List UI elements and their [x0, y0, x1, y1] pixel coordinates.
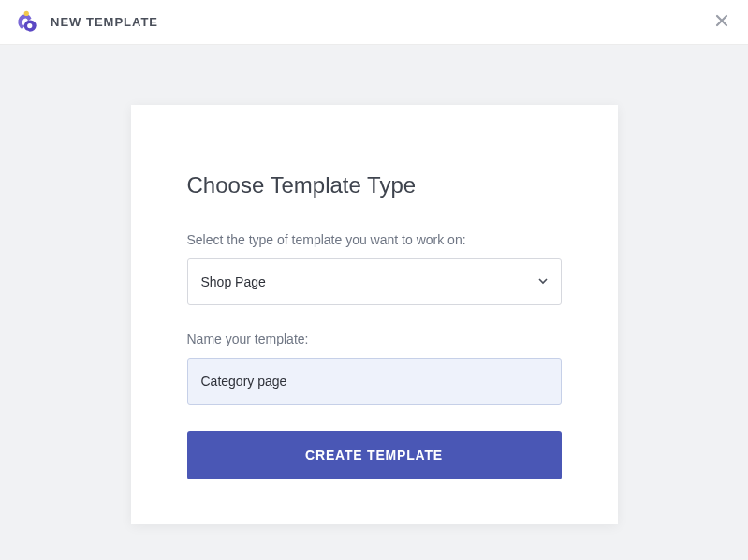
header-title: NEW TEMPLATE [51, 15, 158, 29]
close-button[interactable] [711, 9, 733, 35]
template-type-label: Select the type of template you want to … [187, 232, 562, 247]
create-template-button[interactable]: CREATE TEMPLATE [187, 431, 562, 479]
elementor-logo-icon [15, 9, 41, 36]
canvas-area: Choose Template Type Select the type of … [0, 45, 748, 560]
template-modal: Choose Template Type Select the type of … [131, 105, 618, 524]
template-name-label: Name your template: [187, 332, 562, 346]
template-name-input[interactable] [187, 358, 562, 405]
header-left: NEW TEMPLATE [15, 9, 158, 36]
modal-heading: Choose Template Type [187, 172, 562, 199]
app-header: NEW TEMPLATE [0, 0, 748, 45]
template-type-select[interactable]: Shop Page [187, 258, 562, 305]
close-icon [714, 13, 729, 31]
svg-point-0 [24, 10, 29, 15]
header-right [697, 9, 733, 35]
template-type-select-wrapper: Shop Page [187, 258, 562, 305]
header-divider [697, 12, 697, 33]
